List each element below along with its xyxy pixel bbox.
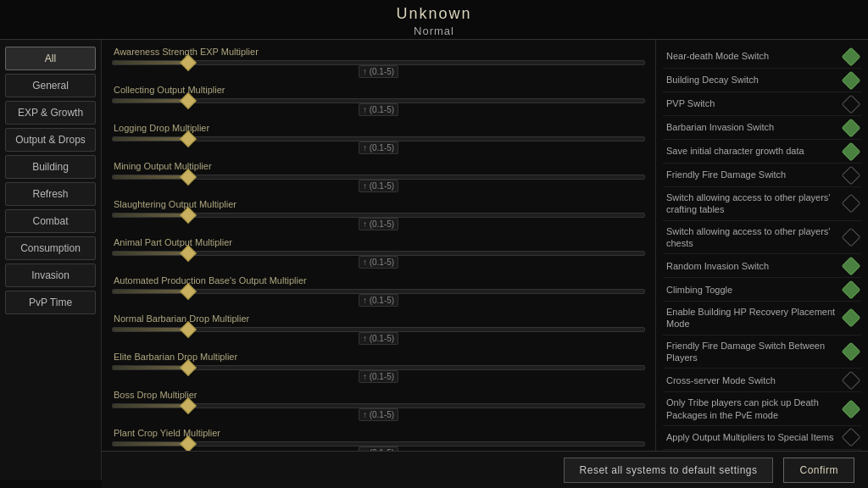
toggle-icon-8[interactable]	[842, 256, 861, 275]
sidebar-btn-output-&-drops[interactable]: Output & Drops	[5, 128, 96, 152]
toggle-row-12[interactable]: Cross-server Mode Switch	[663, 369, 861, 392]
slider-hint-3: ↑ (0.1-5)	[112, 181, 645, 191]
toggle-row-1[interactable]: Building Decay Switch	[663, 69, 861, 92]
toggle-row-4[interactable]: Save initial character growth data	[663, 140, 861, 164]
toggle-label-4: Save initial character growth data	[666, 145, 839, 157]
sidebar-btn-invasion[interactable]: Invasion	[5, 263, 96, 287]
toggle-label-1: Building Decay Switch	[666, 74, 839, 86]
slider-track-6[interactable]	[112, 289, 645, 294]
toggle-icon-4[interactable]	[842, 141, 861, 161]
sidebar-btn-combat[interactable]: Combat	[5, 209, 96, 233]
toggle-icon-6[interactable]	[842, 194, 861, 214]
slider-group-3: Mining Output Multiplier↑ (0.1-5)	[112, 161, 645, 191]
slider-track-9[interactable]	[112, 403, 645, 408]
slider-group-8: Elite Barbarian Drop Multiplier↑ (0.1-5)	[112, 352, 645, 381]
header: Unknown Normal	[0, 0, 868, 40]
confirm-button[interactable]: Confirm	[783, 458, 854, 483]
slider-track-10[interactable]	[112, 441, 645, 446]
toggle-icon-11[interactable]	[842, 342, 861, 362]
slider-group-6: Automated Production Base's Output Multi…	[112, 275, 645, 305]
toggle-row-3[interactable]: Barbarian Invasion Switch	[663, 116, 861, 140]
right-panel[interactable]: Near-death Mode SwitchBuilding Decay Swi…	[656, 40, 868, 480]
slider-label-10: Plant Crop Yield Multiplier	[112, 428, 645, 438]
slider-track-1[interactable]	[112, 98, 645, 103]
sidebar: AllGeneralEXP & GrowthOutput & DropsBuil…	[0, 40, 102, 480]
toggle-row-2[interactable]: PVP Switch	[663, 92, 861, 116]
toggle-label-7: Switch allowing access to other players'…	[666, 225, 839, 250]
sidebar-btn-all[interactable]: All	[5, 47, 96, 70]
slider-track-4[interactable]	[112, 213, 645, 218]
toggle-row-6[interactable]: Switch allowing access to other players'…	[663, 187, 861, 221]
slider-track-0[interactable]	[112, 60, 645, 65]
slider-group-7: Normal Barbarian Drop Multiplier↑ (0.1-5…	[112, 313, 645, 343]
toggle-row-11[interactable]: Friendly Fire Damage Switch Between Play…	[663, 336, 861, 369]
slider-hint-1: ↑ (0.1-5)	[112, 105, 645, 114]
toggle-icon-5[interactable]	[842, 165, 861, 185]
toggle-icon-7[interactable]	[842, 228, 861, 247]
slider-hint-0: ↑ (0.1-5)	[112, 67, 645, 76]
toggle-icon-3[interactable]	[842, 118, 861, 137]
toggle-icon-13[interactable]	[842, 399, 861, 419]
slider-hint-9: ↑ (0.1-5)	[112, 410, 645, 419]
slider-label-6: Automated Production Base's Output Multi…	[112, 275, 645, 286]
slider-group-1: Collecting Output Multiplier↑ (0.1-5)	[112, 85, 645, 114]
slider-group-0: Awareness Strength EXP Multiplier↑ (0.1-…	[112, 47, 645, 76]
slider-hint-2: ↑ (0.1-5)	[112, 143, 645, 152]
toggle-row-13[interactable]: Only Tribe players can pick up Death Pac…	[663, 392, 861, 426]
toggle-icon-9[interactable]	[842, 280, 861, 299]
toggle-label-11: Friendly Fire Damage Switch Between Play…	[666, 340, 839, 364]
sidebar-btn-pvp-time[interactable]: PvP Time	[5, 291, 96, 314]
toggle-row-7[interactable]: Switch allowing access to other players'…	[663, 221, 861, 255]
sidebar-btn-general[interactable]: General	[5, 74, 96, 97]
slider-label-4: Slaughtering Output Multiplier	[112, 199, 645, 209]
reset-button[interactable]: Reset all systems to default settings	[564, 458, 774, 483]
slider-group-2: Logging Drop Multiplier↑ (0.1-5)	[112, 123, 645, 152]
main-layout: AllGeneralEXP & GrowthOutput & DropsBuil…	[0, 40, 868, 480]
toggle-icon-0[interactable]	[842, 47, 861, 66]
toggle-label-9: Climbing Toggle	[666, 284, 839, 296]
slider-track-3[interactable]	[112, 175, 645, 180]
sidebar-btn-consumption[interactable]: Consumption	[5, 236, 96, 260]
slider-track-8[interactable]	[112, 365, 645, 370]
sidebar-btn-building[interactable]: Building	[5, 155, 96, 179]
slider-hint-8: ↑ (0.1-5)	[112, 372, 645, 381]
toggle-row-10[interactable]: Enable Building HP Recovery Placement Mo…	[663, 302, 861, 336]
slider-label-8: Elite Barbarian Drop Multiplier	[112, 352, 645, 362]
slider-track-7[interactable]	[112, 327, 645, 332]
toggle-label-6: Switch allowing access to other players'…	[666, 191, 839, 216]
toggle-row-5[interactable]: Friendly Fire Damage Switch	[663, 164, 861, 187]
slider-label-5: Animal Part Output Multiplier	[112, 237, 645, 247]
slider-track-5[interactable]	[112, 251, 645, 256]
toggle-row-8[interactable]: Random Invasion Switch	[663, 254, 861, 278]
toggle-icon-14[interactable]	[842, 428, 861, 447]
toggle-icon-2[interactable]	[842, 94, 861, 114]
toggle-label-14: Apply Output Multipliers to Special Item…	[666, 431, 839, 443]
toggle-label-10: Enable Building HP Recovery Placement Mo…	[666, 306, 839, 330]
toggle-label-5: Friendly Fire Damage Switch	[666, 169, 839, 180]
sidebar-btn-refresh[interactable]: Refresh	[5, 182, 96, 206]
slider-track-2[interactable]	[112, 136, 645, 141]
header-title: Unknown	[0, 5, 868, 23]
header-subtitle: Normal	[0, 25, 868, 37]
slider-label-9: Boss Drop Multiplier	[112, 390, 645, 400]
slider-hint-7: ↑ (0.1-5)	[112, 334, 645, 343]
slider-group-4: Slaughtering Output Multiplier↑ (0.1-5)	[112, 199, 645, 229]
slider-label-0: Awareness Strength EXP Multiplier	[112, 47, 645, 57]
slider-hint-6: ↑ (0.1-5)	[112, 296, 645, 305]
slider-group-9: Boss Drop Multiplier↑ (0.1-5)	[112, 390, 645, 419]
slider-label-3: Mining Output Multiplier	[112, 161, 645, 171]
toggle-row-0[interactable]: Near-death Mode Switch	[663, 45, 861, 69]
toggle-row-14[interactable]: Apply Output Multipliers to Special Item…	[663, 426, 861, 450]
toggle-icon-1[interactable]	[842, 70, 861, 90]
toggle-label-3: Barbarian Invasion Switch	[666, 121, 839, 133]
slider-group-5: Animal Part Output Multiplier↑ (0.1-5)	[112, 237, 645, 267]
middle-panel[interactable]: Awareness Strength EXP Multiplier↑ (0.1-…	[102, 40, 656, 480]
toggle-label-12: Cross-server Mode Switch	[666, 374, 839, 386]
slider-hint-5: ↑ (0.1-5)	[112, 258, 645, 267]
toggle-row-9[interactable]: Climbing Toggle	[663, 278, 861, 302]
sidebar-btn-exp-&-growth[interactable]: EXP & Growth	[5, 101, 96, 125]
toggle-icon-12[interactable]	[842, 371, 861, 391]
toggle-icon-10[interactable]	[842, 308, 861, 328]
footer: Reset all systems to default settings Co…	[102, 451, 868, 488]
slider-label-7: Normal Barbarian Drop Multiplier	[112, 313, 645, 324]
